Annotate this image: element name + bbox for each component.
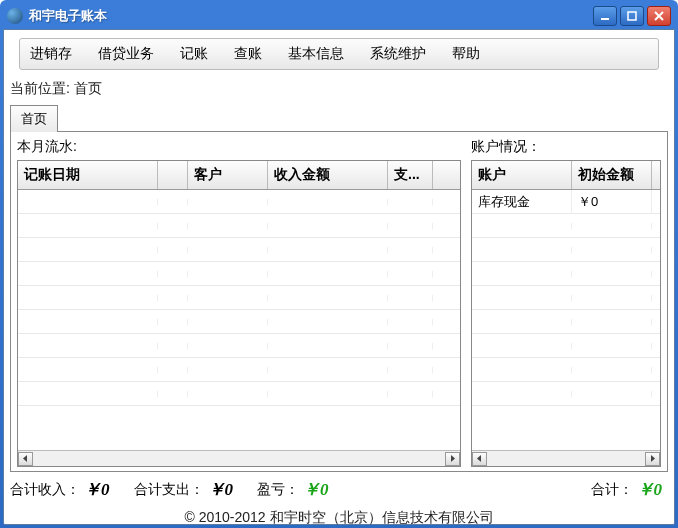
col-blank[interactable] — [158, 161, 188, 189]
monthly-flow-grid-head: 记账日期 客户 收入金额 支... — [18, 161, 460, 190]
app-window: 和宇电子账本 进销存 借贷业务 记账 查账 基本信息 系统维护 帮助 当前位置:… — [0, 0, 678, 528]
panel-monthly-flow: 本月流水: 记账日期 客户 收入金额 支... — [17, 138, 461, 467]
monthly-flow-grid: 记账日期 客户 收入金额 支... — [17, 160, 461, 467]
tabbar: 首页 — [10, 104, 668, 132]
col-initial[interactable]: 初始金额 — [572, 161, 652, 189]
tab-home[interactable]: 首页 — [10, 105, 58, 132]
accounts-grid-head: 账户 初始金额 — [472, 161, 660, 190]
totals-bar: 合计收入： ￥0 合计支出： ￥0 盈亏： ￥0 合计： ￥0 — [10, 478, 668, 501]
menu-item-check[interactable]: 查账 — [230, 43, 266, 65]
total-income-label: 合计收入： — [10, 481, 80, 499]
arrow-left-icon — [22, 455, 29, 462]
scroll-left-button[interactable] — [472, 452, 487, 466]
monthly-flow-grid-body[interactable] — [18, 190, 460, 450]
minimize-icon — [600, 11, 610, 21]
arrow-right-icon — [649, 455, 656, 462]
menu-item-basic-info[interactable]: 基本信息 — [284, 43, 348, 65]
menubar: 进销存 借贷业务 记账 查账 基本信息 系统维护 帮助 — [19, 38, 659, 70]
menu-item-maintenance[interactable]: 系统维护 — [366, 43, 430, 65]
accounts-grid: 账户 初始金额 库存现金 ￥0 — [471, 160, 661, 467]
panel-monthly-flow-title: 本月流水: — [17, 138, 461, 156]
panel-accounts: 账户情况： 账户 初始金额 库存现金 ￥0 — [471, 138, 661, 467]
close-icon — [654, 11, 664, 21]
minimize-button[interactable] — [593, 6, 617, 26]
main-panels: 本月流水: 记账日期 客户 收入金额 支... — [10, 132, 668, 472]
titlebar[interactable]: 和宇电子账本 — [3, 3, 675, 29]
profit-label: 盈亏： — [257, 481, 299, 499]
sum-label: 合计： — [591, 481, 633, 499]
scroll-right-button[interactable] — [445, 452, 460, 466]
arrow-right-icon — [449, 455, 456, 462]
menu-item-inventory[interactable]: 进销存 — [26, 43, 76, 65]
col-expense[interactable]: 支... — [388, 161, 433, 189]
table-row[interactable]: 库存现金 ￥0 — [472, 190, 660, 214]
footer: © 2010-2012 和宇时空（北京）信息技术有限公司 — [4, 509, 674, 527]
menu-item-lending[interactable]: 借贷业务 — [94, 43, 158, 65]
col-account[interactable]: 账户 — [472, 161, 572, 189]
initial-cell: ￥0 — [572, 190, 652, 214]
maximize-button[interactable] — [620, 6, 644, 26]
scroll-left-button[interactable] — [18, 452, 33, 466]
client-area: 进销存 借贷业务 记账 查账 基本信息 系统维护 帮助 当前位置: 首页 首页 … — [3, 29, 675, 525]
total-income-value: ￥0 — [84, 478, 110, 501]
col-income[interactable]: 收入金额 — [268, 161, 388, 189]
col-date[interactable]: 记账日期 — [18, 161, 158, 189]
app-icon — [7, 8, 23, 24]
svg-marker-7 — [651, 455, 655, 462]
account-cell: 库存现金 — [472, 190, 572, 214]
total-expense-label: 合计支出： — [134, 481, 204, 499]
svg-marker-6 — [477, 455, 481, 462]
breadcrumb: 当前位置: 首页 — [10, 80, 668, 98]
sum-value: ￥0 — [637, 478, 663, 501]
svg-marker-4 — [23, 455, 27, 462]
col-customer[interactable]: 客户 — [188, 161, 268, 189]
maximize-icon — [627, 11, 637, 21]
total-expense-value: ￥0 — [208, 478, 234, 501]
svg-rect-1 — [628, 12, 636, 20]
scroll-track[interactable] — [33, 452, 445, 466]
scroll-track[interactable] — [487, 452, 645, 466]
profit-value: ￥0 — [303, 478, 329, 501]
accounts-grid-body[interactable]: 库存现金 ￥0 — [472, 190, 660, 450]
accounts-scrollbar[interactable] — [472, 450, 660, 466]
menu-item-bookkeeping[interactable]: 记账 — [176, 43, 212, 65]
svg-marker-5 — [451, 455, 455, 462]
menu-item-help[interactable]: 帮助 — [448, 43, 484, 65]
window-title: 和宇电子账本 — [29, 7, 593, 25]
arrow-left-icon — [476, 455, 483, 462]
monthly-flow-scrollbar[interactable] — [18, 450, 460, 466]
panel-accounts-title: 账户情况： — [471, 138, 661, 156]
breadcrumb-value: 首页 — [74, 80, 102, 96]
close-button[interactable] — [647, 6, 671, 26]
scroll-right-button[interactable] — [645, 452, 660, 466]
breadcrumb-label: 当前位置: — [10, 80, 70, 96]
